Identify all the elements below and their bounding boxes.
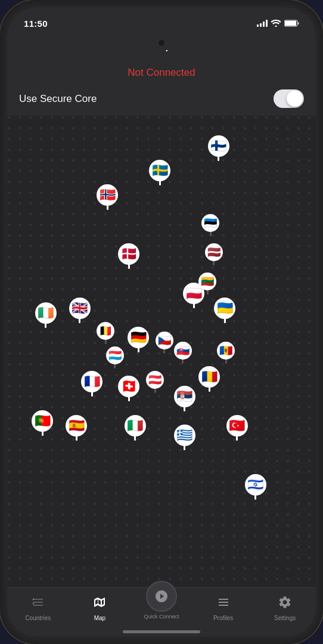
flag-pin-france[interactable]: 🇫🇷: [81, 371, 103, 397]
secure-core-label: Use Secure Core: [19, 93, 97, 105]
tab-countries[interactable]: Countries: [7, 593, 69, 621]
flag-pin-latvia[interactable]: 🇱🇻: [205, 243, 223, 265]
flag-circle: 🇩🇪: [128, 327, 149, 348]
flag-circle: 🇸🇰: [174, 342, 192, 360]
map-area: 🇫🇮 🇸🇪 🇳🇴 🇩🇰: [7, 116, 316, 587]
flag-pin-italy[interactable]: 🇮🇹: [125, 415, 146, 441]
flag-circle: 🇫🇷: [81, 371, 103, 392]
tab-settings[interactable]: Settings: [254, 593, 316, 621]
flag-pin-estonia[interactable]: 🇪🇪: [201, 214, 219, 236]
flag-pin-romania[interactable]: 🇷🇴: [198, 366, 220, 392]
flag-pin-poland[interactable]: 🇵🇱: [183, 283, 204, 308]
flag-circle: 🇳🇴: [97, 184, 118, 206]
toggle-knob: [287, 91, 303, 107]
flag-pin-ireland[interactable]: 🇮🇪: [35, 302, 57, 328]
flag-circle: 🇱🇻: [205, 243, 223, 261]
flag-pin-spain[interactable]: 🇪🇸: [66, 415, 87, 441]
flag-circle: 🇨🇿: [156, 332, 173, 349]
home-indicator: [123, 630, 200, 633]
flag-pin-germany[interactable]: 🇩🇪: [128, 327, 149, 352]
secure-core-row: Use Secure Core: [7, 83, 316, 116]
flag-circle: 🇪🇪: [201, 214, 219, 232]
flag-pin-switzerland[interactable]: 🇨🇭: [118, 376, 139, 401]
svg-rect-2: [298, 22, 299, 24]
flag-pin-finland[interactable]: 🇫🇮: [208, 135, 229, 161]
signal-bars-icon: [257, 20, 268, 27]
flag-circle: 🇺🇦: [214, 298, 235, 319]
flag-pin-moldova[interactable]: 🇲🇩: [217, 342, 235, 364]
flag-pin-belgium[interactable]: 🇧🇪: [97, 322, 114, 344]
flag-pin-slovakia[interactable]: 🇸🇰: [174, 342, 192, 364]
flag-circle: 🇫🇮: [208, 135, 229, 157]
tab-countries-label: Countries: [25, 615, 51, 621]
status-time: 11:50: [24, 18, 48, 29]
flag-circle: 🇬🇧: [69, 298, 91, 319]
tab-profiles[interactable]: Profiles: [192, 593, 254, 621]
flag-circle: 🇲🇩: [217, 342, 235, 360]
flag-pin-luxembourg[interactable]: 🇱🇺: [106, 346, 124, 369]
flag-pin-denmark[interactable]: 🇩🇰: [118, 243, 139, 269]
tab-map-label: Map: [94, 615, 105, 621]
svg-rect-1: [285, 21, 296, 26]
flag-pin-sweden[interactable]: 🇸🇪: [149, 160, 170, 185]
flag-circle: 🇷🇴: [198, 366, 220, 388]
map-icon: [92, 595, 107, 613]
flag-circle: 🇮🇪: [35, 302, 57, 324]
connection-status: Not Connected: [7, 60, 316, 83]
flag-pin-greece[interactable]: 🇬🇷: [174, 425, 195, 450]
tab-quick-connect-label: Quick Connect: [144, 614, 179, 620]
flag-circle: 🇮🇱: [245, 474, 266, 496]
camera-dot: [159, 40, 164, 46]
tab-profiles-label: Profiles: [213, 615, 233, 621]
flag-circle: 🇬🇷: [174, 425, 195, 446]
flag-circle: 🇨🇭: [118, 376, 139, 397]
quick-connect-button[interactable]: [146, 581, 177, 612]
battery-icon: [284, 20, 299, 27]
tab-bar: Countries Map Quick Connect: [7, 587, 316, 637]
flag-circle: 🇸🇪: [149, 160, 170, 181]
flag-pin-norway[interactable]: 🇳🇴: [97, 184, 118, 210]
flag-pin-israel[interactable]: 🇮🇱: [245, 474, 266, 500]
flag-pin-czechia[interactable]: 🇨🇿: [156, 332, 173, 354]
notch: [117, 33, 206, 50]
tab-settings-label: Settings: [274, 615, 296, 621]
flag-pin-portugal[interactable]: 🇵🇹: [32, 410, 53, 436]
flag-circle: 🇧🇪: [97, 322, 114, 340]
flag-circle: 🇵🇱: [183, 283, 204, 304]
flag-circle: 🇷🇸: [174, 386, 195, 407]
flag-circle: 🇱🇺: [106, 346, 124, 364]
flag-circle: 🇵🇹: [32, 410, 53, 432]
quick-connect-icon: [154, 589, 169, 603]
flag-pin-turkey[interactable]: 🇹🇷: [226, 415, 248, 441]
main-content: Not Connected Use Secure Core: [7, 60, 316, 587]
tab-quick-connect[interactable]: Quick Connect: [131, 587, 192, 620]
phone-frame: 11:50: [0, 0, 323, 644]
flag-pin-uk[interactable]: 🇬🇧: [69, 298, 91, 323]
status-icons: [257, 20, 299, 27]
status-bar: 11:50: [7, 7, 316, 33]
flag-circle: 🇪🇸: [66, 415, 87, 436]
flag-circle: 🇮🇹: [125, 415, 146, 436]
countries-icon: [31, 595, 45, 613]
wifi-icon: [271, 20, 281, 27]
secure-core-toggle[interactable]: [274, 89, 304, 108]
flag-circle: 🇩🇰: [118, 243, 139, 265]
tab-map[interactable]: Map: [69, 593, 131, 621]
profiles-icon: [216, 595, 231, 613]
flag-pin-ukraine[interactable]: 🇺🇦: [214, 298, 235, 323]
flag-pin-austria[interactable]: 🇦🇹: [146, 371, 164, 393]
flag-circle: 🇦🇹: [146, 371, 164, 389]
phone-screen: 11:50: [7, 7, 316, 637]
flag-circle: 🇹🇷: [226, 415, 248, 436]
flag-pin-serbia[interactable]: 🇷🇸: [174, 386, 195, 411]
settings-icon: [278, 595, 292, 613]
